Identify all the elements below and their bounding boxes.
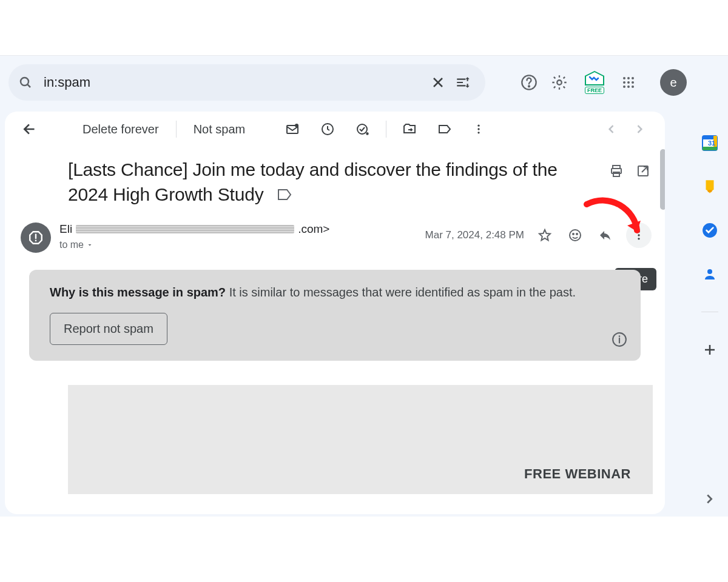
svg-point-7 xyxy=(623,77,625,79)
free-extension-badge[interactable]: FREE xyxy=(581,70,608,95)
header-icons: FREE e xyxy=(521,69,687,96)
label-chip-icon[interactable] xyxy=(277,189,292,201)
svg-point-19 xyxy=(357,124,367,134)
delete-forever-button[interactable]: Delete forever xyxy=(73,119,169,140)
spam-sender-avatar-icon xyxy=(21,222,51,253)
star-icon[interactable] xyxy=(535,226,554,245)
apps-grid-icon[interactable] xyxy=(621,75,636,90)
app-area: FREE e Delete forever Not spam xyxy=(0,56,728,517)
message-meta: Mar 7, 2024, 2:48 PM xyxy=(425,222,652,248)
spam-reason: It is similar to messages that were iden… xyxy=(229,286,576,299)
sender-name-start: Eli xyxy=(59,222,72,236)
svg-point-10 xyxy=(623,81,625,84)
side-panel: 31 xyxy=(692,56,728,517)
sender-row: Eli .com> to me Mar 7, 2024, 2:48 PM xyxy=(5,207,665,253)
collapse-panel-icon[interactable] xyxy=(703,492,716,506)
svg-point-9 xyxy=(632,77,634,79)
report-not-spam-button[interactable]: Report not spam xyxy=(50,313,167,345)
free-webinar-text: FREE WEBINAR xyxy=(524,466,631,482)
spam-explanation: Why is this message in spam? It is simil… xyxy=(50,286,622,299)
svg-point-12 xyxy=(632,81,634,84)
avatar-letter: e xyxy=(670,76,676,90)
subject-row: [Lasts Chance] Join me today and discove… xyxy=(5,147,665,207)
svg-rect-41 xyxy=(708,190,712,192)
calendar-app-icon[interactable]: 31 xyxy=(701,135,718,152)
recipient-dropdown[interactable]: to me xyxy=(59,239,417,250)
scrollbar-thumb[interactable] xyxy=(660,149,665,210)
main-column: FREE e Delete forever Not spam xyxy=(0,56,692,517)
account-avatar[interactable]: e xyxy=(660,69,687,96)
svg-point-32 xyxy=(638,234,639,236)
clear-search-icon[interactable] xyxy=(426,70,450,95)
keep-app-icon[interactable] xyxy=(701,178,718,195)
toolbar-separator xyxy=(176,121,177,138)
svg-point-13 xyxy=(623,85,625,88)
email-body-preview: FREE WEBINAR xyxy=(68,385,653,494)
svg-point-31 xyxy=(638,231,639,233)
header-row: FREE e xyxy=(5,63,687,102)
settings-gear-icon[interactable] xyxy=(551,74,568,91)
svg-text:31: 31 xyxy=(708,139,715,147)
reply-icon[interactable] xyxy=(596,226,615,245)
svg-point-8 xyxy=(627,77,630,79)
svg-point-20 xyxy=(478,125,480,127)
not-spam-button[interactable]: Not spam xyxy=(184,119,255,140)
subject-text: [Lasts Chance] Join me today and discove… xyxy=(68,159,558,204)
svg-point-22 xyxy=(478,132,480,133)
search-bar[interactable] xyxy=(8,64,485,101)
svg-point-14 xyxy=(627,85,630,88)
message-date: Mar 7, 2024, 2:48 PM xyxy=(425,229,524,241)
sender-info: Eli .com> to me xyxy=(59,222,417,250)
snooze-clock-icon[interactable] xyxy=(312,118,343,140)
svg-point-5 xyxy=(528,85,530,87)
free-label: FREE xyxy=(585,87,604,94)
older-nav-icon[interactable] xyxy=(599,119,624,139)
add-to-tasks-icon[interactable] xyxy=(347,118,379,140)
svg-point-28 xyxy=(570,230,581,241)
svg-point-6 xyxy=(557,80,561,84)
search-options-icon[interactable] xyxy=(450,70,476,95)
more-actions-icon[interactable] xyxy=(464,119,493,139)
message-more-button[interactable] xyxy=(626,222,652,248)
email-subject: [Lasts Chance] Join me today and discove… xyxy=(68,158,599,207)
svg-point-30 xyxy=(576,233,578,235)
open-new-window-icon[interactable] xyxy=(633,161,653,181)
svg-point-27 xyxy=(35,240,37,242)
svg-point-29 xyxy=(573,233,574,235)
sender-name-end: .com> xyxy=(298,222,329,236)
mark-unread-icon[interactable] xyxy=(277,118,308,140)
tasks-app-icon[interactable] xyxy=(701,222,718,239)
toolbar-separator xyxy=(386,121,386,138)
labels-icon[interactable] xyxy=(429,118,460,140)
email-card: Delete forever Not spam xyxy=(5,112,665,514)
svg-point-33 xyxy=(638,238,639,239)
newer-nav-icon[interactable] xyxy=(627,119,652,139)
svg-rect-39 xyxy=(703,147,717,150)
back-arrow-icon[interactable] xyxy=(18,118,41,141)
svg-point-15 xyxy=(632,85,634,88)
emoji-reaction-icon[interactable] xyxy=(565,226,585,245)
print-icon[interactable] xyxy=(607,161,626,181)
to-label: to me xyxy=(59,239,84,250)
svg-point-11 xyxy=(627,81,630,84)
redacted-sender xyxy=(76,225,294,233)
spam-banner: Why is this message in spam? It is simil… xyxy=(29,270,641,361)
contacts-app-icon[interactable] xyxy=(701,266,718,283)
move-to-icon[interactable] xyxy=(394,118,425,140)
search-input[interactable] xyxy=(44,75,426,90)
rail-separator xyxy=(701,312,718,312)
info-icon[interactable] xyxy=(612,332,627,347)
help-icon[interactable] xyxy=(521,74,538,91)
svg-point-35 xyxy=(619,335,621,337)
svg-point-0 xyxy=(21,78,29,85)
svg-point-21 xyxy=(478,128,480,130)
add-app-icon[interactable] xyxy=(701,341,718,358)
spam-question: Why is this message in spam? xyxy=(50,286,226,299)
top-blank-area xyxy=(0,0,728,56)
svg-point-17 xyxy=(295,124,298,127)
svg-line-1 xyxy=(27,84,30,87)
svg-point-43 xyxy=(707,269,712,274)
search-icon xyxy=(18,75,33,90)
message-toolbar: Delete forever Not spam xyxy=(5,112,665,147)
